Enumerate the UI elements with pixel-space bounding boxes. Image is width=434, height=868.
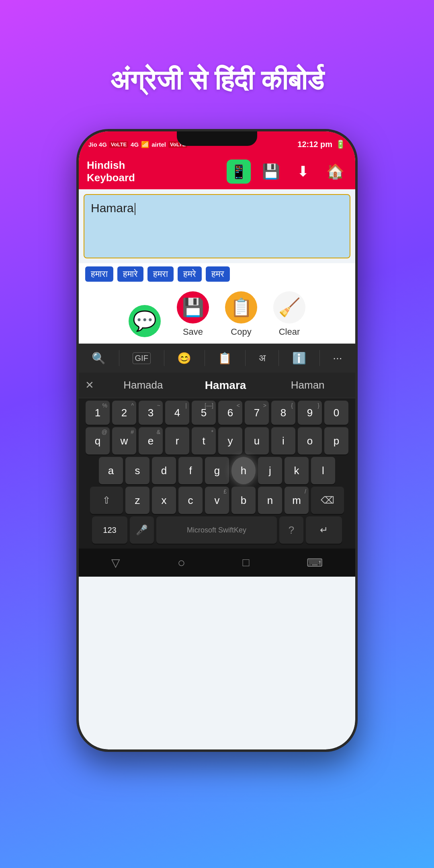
key-y[interactable]: y [218, 427, 242, 454]
nav-back[interactable]: ▽ [111, 556, 120, 569]
key-2[interactable]: ^2 [112, 401, 136, 425]
carrier3: airtel [151, 141, 166, 148]
key-shift[interactable]: ⇧ [90, 487, 123, 514]
key-x[interactable]: x [152, 487, 176, 514]
key-l[interactable]: l [311, 457, 335, 484]
keyboard-container: 🔍 GIF 😊 📋 अ ℹ️ ··· ✕ Hamada Hamara Haman [79, 344, 355, 549]
key-h[interactable]: h [231, 457, 256, 484]
copy-label: Copy [231, 327, 251, 337]
key-mic[interactable]: 🎤 [130, 516, 154, 544]
clear-label: Clear [279, 327, 300, 337]
key-z[interactable]: z [125, 487, 149, 514]
key-6[interactable]: <6 [218, 401, 242, 425]
action-area: 💬 💾 Save 📋 Copy 🧹 Clear [79, 285, 355, 344]
autocomplete-word2[interactable]: Hamara [184, 379, 267, 392]
toolbar-search-icon[interactable]: 🔍 [92, 352, 106, 365]
app-header: Hindish Keyboard 📱 💾 ⬇ 🏠 [79, 154, 355, 189]
key-o[interactable]: o [298, 427, 322, 454]
key-1[interactable]: %1 [86, 401, 110, 425]
key-t[interactable]: *t [192, 427, 216, 454]
key-w[interactable]: #w [112, 427, 136, 454]
key-r[interactable]: r [165, 427, 189, 454]
key-7[interactable]: >7 [245, 401, 269, 425]
copy-action-btn[interactable]: 📋 Copy [225, 291, 257, 337]
toolbar-gif-icon[interactable]: GIF [133, 352, 151, 364]
keyboard-toolbar: 🔍 GIF 😊 📋 अ ℹ️ ··· [79, 344, 355, 373]
status-time: 12:12 pm [297, 140, 332, 149]
header-text: अंग्रेजी से हिंदी कीबोर्ड [110, 64, 324, 97]
key-i[interactable]: i [271, 427, 295, 454]
bottom-nav: ▽ ○ □ ⌨ [79, 549, 355, 577]
nav-home[interactable]: ○ [178, 555, 185, 570]
autocomplete-close[interactable]: ✕ [85, 379, 94, 391]
key-p[interactable]: p [324, 427, 348, 454]
key-9[interactable]: }9 [298, 401, 322, 425]
clear-action-btn[interactable]: 🧹 Clear [273, 291, 305, 337]
whatsapp-action-btn[interactable]: 💬 [129, 305, 161, 337]
key-m[interactable]: /m [285, 487, 309, 514]
home-header-btn[interactable]: 🏠 [323, 160, 347, 184]
key-v[interactable]: £v [205, 487, 229, 514]
z-row: ⇧ z x c £v b n /m ⌫ [80, 487, 354, 514]
carrier1: Jio 4G [88, 141, 107, 148]
key-b[interactable]: b [231, 487, 256, 514]
suggestion-1[interactable]: हमारा [85, 266, 113, 282]
save-action-btn[interactable]: 💾 Save [177, 291, 209, 337]
signal-bars: 📶 [141, 141, 149, 148]
key-backspace[interactable]: ⌫ [311, 487, 344, 514]
key-5[interactable]: [—]5 [192, 401, 216, 425]
key-123[interactable]: 123 [92, 516, 127, 544]
q-row: @q #w &e r *t y u i o p [80, 427, 354, 454]
key-j[interactable]: j [258, 457, 282, 484]
save-label: Save [183, 327, 203, 337]
key-u[interactable]: u [245, 427, 269, 454]
app-title: Hindish Keyboard [87, 159, 219, 184]
key-4[interactable]: |4 [165, 401, 189, 425]
key-c[interactable]: c [178, 487, 203, 514]
toolbar-clipboard-icon[interactable]: 📋 [218, 352, 232, 365]
suggestion-3[interactable]: हमरा [147, 266, 174, 282]
key-3[interactable]: ~3 [139, 401, 163, 425]
a-row: a s d f g h j k l [80, 457, 354, 484]
key-k[interactable]: k [285, 457, 309, 484]
nav-keyboard[interactable]: ⌨ [307, 556, 323, 569]
bottom-row: 123 🎤 Microsoft SwiftKey ? ↵ [80, 516, 354, 544]
key-enter[interactable]: ↵ [306, 516, 342, 544]
autocomplete-row: ✕ Hamada Hamara Haman [79, 373, 355, 398]
text-area-container: Hamara [84, 194, 350, 258]
autocomplete-word3[interactable]: Haman [266, 379, 349, 391]
text-area-content[interactable]: Hamara [91, 201, 343, 215]
whatsapp-icon-btn[interactable]: 📱 [227, 160, 251, 184]
carrier1-badge: VoLTE [109, 141, 128, 148]
key-space[interactable]: Microsoft SwiftKey [156, 516, 277, 544]
save-header-btn[interactable]: 💾 [259, 160, 283, 184]
toolbar-emoji-icon[interactable]: 😊 [177, 352, 191, 365]
key-d[interactable]: d [152, 457, 176, 484]
toolbar-more-icon[interactable]: ··· [333, 352, 342, 364]
toolbar-info-icon[interactable]: ℹ️ [292, 352, 306, 365]
autocomplete-word1[interactable]: Hamada [102, 379, 184, 391]
key-0[interactable]: 0 [324, 401, 348, 425]
key-s[interactable]: s [125, 457, 149, 484]
key-n[interactable]: n [258, 487, 282, 514]
suggestion-5[interactable]: हमर [206, 266, 230, 282]
key-period[interactable]: ? [279, 516, 303, 544]
key-q[interactable]: @q [86, 427, 110, 454]
phone-frame: Jio 4G VoLTE 4G 📶 airtel VoLTE 12:12 pm … [76, 129, 358, 752]
key-g[interactable]: g [205, 457, 229, 484]
suggestion-2[interactable]: हमारे [117, 266, 143, 282]
suggestion-4[interactable]: हमरे [178, 266, 202, 282]
nav-recents[interactable]: □ [242, 556, 249, 569]
suggestions-bar: हमारा हमारे हमरा हमरे हमर [79, 263, 355, 285]
key-8[interactable]: {8 [271, 401, 295, 425]
battery-icon: 🔋 [336, 139, 346, 149]
phone-screen: Jio 4G VoLTE 4G 📶 airtel VoLTE 12:12 pm … [79, 131, 355, 749]
toolbar-hindi-icon[interactable]: अ [259, 352, 266, 364]
download-header-btn[interactable]: ⬇ [291, 160, 315, 184]
key-f[interactable]: f [178, 457, 203, 484]
keyboard-rows: %1 ^2 ~3 |4 [—]5 <6 >7 {8 }9 0 @q #w &e … [79, 398, 355, 549]
key-e[interactable]: &e [139, 427, 163, 454]
key-a[interactable]: a [99, 457, 123, 484]
num-row: %1 ^2 ~3 |4 [—]5 <6 >7 {8 }9 0 [80, 401, 354, 425]
carrier2: 4G [131, 141, 139, 148]
